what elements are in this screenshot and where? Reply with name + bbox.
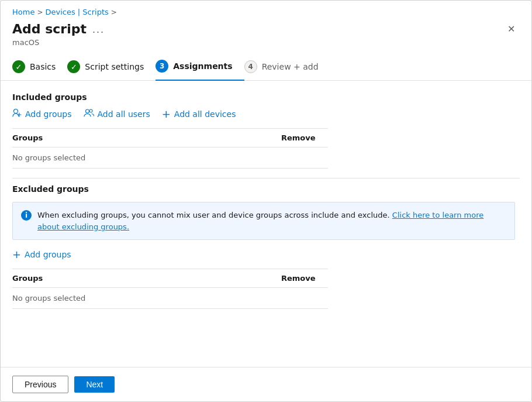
included-col-remove: Remove [281, 133, 328, 142]
footer: Previous Next [1, 367, 531, 401]
breadcrumb-sep-2: > [111, 8, 117, 16]
step-assignments-num-icon: 3 [156, 60, 168, 73]
page-title: Add script [12, 22, 87, 36]
header-row: Add script ... ✕ [1, 19, 531, 38]
step-assignments[interactable]: 3 Assignments [156, 54, 244, 81]
step-basics-label: Basics [30, 62, 56, 71]
info-text: When excluding groups, you cannot mix us… [37, 209, 506, 232]
add-groups-excluded-link[interactable]: + Add groups [12, 248, 71, 260]
included-groups-actions: Add groups Add all users + Add all devic… [12, 108, 520, 120]
person-add-icon [12, 108, 22, 120]
info-icon: i [21, 210, 32, 221]
step-assignments-label: Assignments [173, 61, 232, 71]
step-basics[interactable]: ✓ Basics [12, 54, 67, 80]
previous-button[interactable]: Previous [12, 376, 68, 393]
add-all-users-link[interactable]: Add all users [84, 108, 150, 120]
included-groups-title: Included groups [12, 92, 520, 102]
included-groups-table: Groups Remove No groups selected [12, 128, 328, 169]
svg-point-3 [85, 109, 89, 113]
close-button[interactable]: ✕ [503, 21, 520, 37]
content-area: Included groups Add groups [1, 81, 531, 367]
step-review-num-icon: 4 [244, 60, 257, 73]
excluded-remove-val [281, 294, 328, 303]
included-col-groups: Groups [12, 133, 281, 142]
excluded-no-groups: No groups selected [12, 294, 281, 303]
breadcrumb-home[interactable]: Home [12, 8, 34, 16]
add-all-devices-label: Add all devices [174, 109, 236, 119]
step-script-settings-check-icon: ✓ [67, 60, 80, 73]
excluded-table-header: Groups Remove [12, 269, 328, 288]
svg-point-4 [89, 109, 92, 112]
add-all-users-label: Add all users [98, 109, 150, 119]
plus-excluded-icon: + [12, 248, 21, 260]
excluded-groups-title: Excluded groups [12, 184, 520, 194]
svg-point-0 [14, 109, 18, 113]
included-table-row: No groups selected [12, 147, 328, 169]
plus-devices-icon: + [162, 108, 171, 120]
people-icon [84, 108, 94, 120]
included-table-header: Groups Remove [12, 129, 328, 147]
excluded-col-remove: Remove [281, 274, 328, 283]
excluded-groups-actions: + Add groups [12, 248, 520, 260]
step-basics-check-icon: ✓ [12, 60, 25, 73]
next-button[interactable]: Next [74, 376, 115, 393]
included-no-groups: No groups selected [12, 153, 281, 162]
info-text-content: When excluding groups, you cannot mix us… [37, 211, 390, 219]
info-box: i When excluding groups, you cannot mix … [12, 202, 515, 240]
add-all-devices-link[interactable]: + Add all devices [162, 108, 236, 120]
steps-bar: ✓ Basics ✓ Script settings 3 Assignments… [1, 54, 531, 81]
step-script-settings-label: Script settings [85, 62, 144, 71]
breadcrumb: Home > Devices | Scripts > [1, 1, 531, 19]
page-subtitle: macOS [1, 38, 531, 54]
step-review-label: Review + add [262, 62, 319, 71]
breadcrumb-devices-scripts[interactable]: Devices | Scripts [45, 8, 108, 16]
add-groups-included-label: Add groups [25, 109, 72, 119]
step-review-add[interactable]: 4 Review + add [244, 54, 330, 80]
excluded-table-row: No groups selected [12, 288, 328, 309]
add-groups-included-link[interactable]: Add groups [12, 108, 72, 120]
breadcrumb-sep-1: > [37, 8, 43, 16]
main-window: Home > Devices | Scripts > Add script ..… [0, 0, 532, 402]
more-button[interactable]: ... [92, 24, 105, 35]
add-groups-excluded-label: Add groups [25, 250, 71, 259]
section-divider [12, 178, 520, 178]
excluded-col-groups: Groups [12, 274, 281, 283]
step-script-settings[interactable]: ✓ Script settings [67, 54, 156, 80]
included-remove-val [281, 153, 328, 162]
excluded-groups-table: Groups Remove No groups selected [12, 269, 328, 309]
title-area: Add script ... [12, 22, 105, 36]
